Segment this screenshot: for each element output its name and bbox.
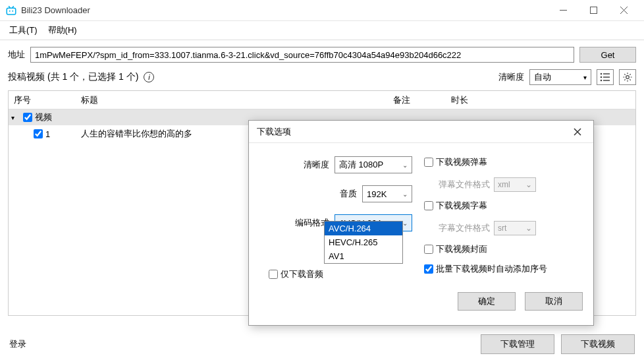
svg-point-10 (601, 76, 603, 78)
address-input[interactable] (30, 47, 574, 63)
download-manage-button[interactable]: 下载管理 (481, 334, 554, 354)
download-danmaku-label: 下载视频弹幕 (436, 156, 487, 168)
chevron-down-icon[interactable]: ▾ (11, 114, 20, 121)
auto-index-label: 批量下载视频时自动添加序号 (436, 263, 547, 275)
chevron-down-icon: ⌄ (402, 162, 408, 169)
codec-option-av1[interactable]: AV1 (325, 249, 402, 263)
subtitle-format-select: srt⌄ (494, 221, 536, 235)
clarity-value: 自动 (534, 71, 551, 83)
get-button[interactable]: Get (579, 47, 636, 63)
download-danmaku-checkbox[interactable] (424, 158, 433, 167)
download-subtitle-checkbox[interactable] (424, 201, 433, 210)
codec-dropdown[interactable]: AVC/H.264 HEVC/H.265 AV1 (324, 221, 403, 264)
only-audio-label: 仅下载音频 (281, 268, 323, 280)
svg-point-9 (601, 73, 603, 75)
info-icon[interactable]: i (144, 72, 154, 82)
group-checkbox[interactable] (23, 113, 32, 122)
login-link[interactable]: 登录 (9, 338, 26, 350)
cancel-button[interactable]: 取消 (525, 292, 583, 311)
col-header-title[interactable]: 标题 (81, 94, 393, 106)
svg-point-3 (9, 10, 11, 11)
auto-index-checkbox[interactable] (424, 264, 433, 274)
chevron-down-icon: ⌄ (402, 191, 408, 198)
col-header-index[interactable]: 序号 (9, 94, 81, 106)
codec-option-avc[interactable]: AVC/H.264 (325, 222, 402, 235)
svg-rect-0 (7, 8, 16, 15)
subtitle-format-label: 字幕文件格式 (439, 222, 490, 234)
download-cover-label: 下载视频封面 (436, 243, 487, 255)
dialog-audio-label: 音质 (340, 188, 357, 200)
download-video-button[interactable]: 下载视频 (561, 334, 635, 354)
col-header-note[interactable]: 备注 (393, 94, 451, 106)
svg-rect-6 (590, 7, 597, 14)
row-index: 1 (45, 129, 50, 139)
download-cover-checkbox[interactable] (424, 245, 433, 254)
dialog-audio-select[interactable]: 192K ⌄ (362, 185, 412, 202)
app-title: Bili23 Downloader (21, 5, 548, 15)
col-header-duration[interactable]: 时长 (451, 94, 635, 106)
app-logo-icon (5, 5, 17, 16)
danmaku-format-select: xml⌄ (494, 177, 536, 192)
chevron-down-icon: ▾ (583, 74, 587, 81)
address-label: 地址 (8, 49, 25, 61)
clarity-label: 清晰度 (498, 71, 524, 83)
only-audio-checkbox[interactable] (269, 270, 278, 279)
ok-button[interactable]: 确定 (458, 292, 516, 311)
close-button[interactable] (608, 0, 639, 21)
dialog-clarity-select[interactable]: 高清 1080P ⌄ (335, 156, 412, 173)
dialog-clarity-label: 清晰度 (304, 159, 329, 171)
settings-button[interactable] (619, 69, 636, 85)
menu-tools[interactable]: 工具(T) (4, 22, 43, 38)
dialog-title: 下载选项 (257, 126, 570, 138)
minimize-button[interactable] (548, 0, 578, 21)
svg-point-11 (601, 80, 603, 82)
dialog-audio-value: 192K (367, 189, 387, 199)
clarity-select[interactable]: 自动 ▾ (529, 69, 591, 85)
svg-point-4 (12, 10, 13, 11)
menu-help[interactable]: 帮助(H) (43, 22, 82, 38)
chevron-down-icon: ⌄ (402, 220, 408, 227)
maximize-button[interactable] (578, 0, 608, 21)
download-subtitle-label: 下载视频字幕 (436, 200, 487, 212)
list-view-button[interactable] (597, 69, 614, 85)
row-checkbox[interactable] (34, 129, 43, 138)
dialog-clarity-value: 高清 1080P (339, 159, 383, 171)
group-label: 视频 (35, 111, 52, 123)
summary-text: 投稿视频 (共 1 个，已选择 1 个) (8, 71, 138, 83)
dialog-close-button[interactable] (570, 124, 585, 140)
danmaku-format-label: 弹幕文件格式 (439, 179, 490, 191)
svg-point-15 (626, 76, 630, 79)
codec-option-hevc[interactable]: HEVC/H.265 (325, 235, 402, 249)
download-options-dialog: 下载选项 清晰度 高清 1080P ⌄ 音质 192K ⌄ 编码格式 (248, 120, 594, 326)
